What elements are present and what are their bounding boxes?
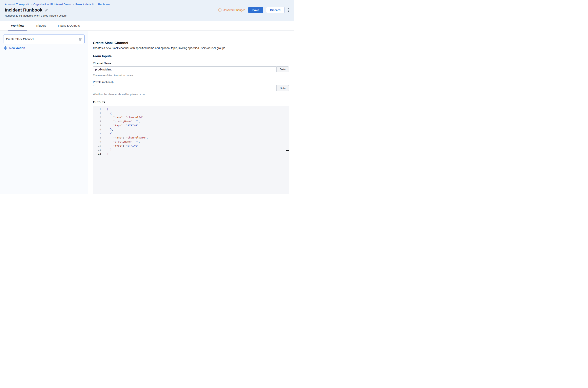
- form-inputs-heading: Form Inputs: [93, 54, 289, 58]
- action-card-label: Create Slack Channel: [6, 38, 33, 41]
- breadcrumb-link-organization[interactable]: Organization: IR Internal Demo: [33, 3, 71, 6]
- line-number: 10: [93, 144, 103, 148]
- field-input-group: Data: [93, 85, 289, 91]
- line-number: 1: [93, 107, 103, 111]
- line-number: 6: [93, 128, 103, 132]
- header-actions: ! Unsaved Changes Save Discard: [218, 7, 290, 13]
- tab-bar: WorkflowTriggersInputs & Outputs: [0, 21, 294, 31]
- data-button[interactable]: Data: [276, 85, 289, 91]
- editor-code[interactable]: [ { "name": "channelId", "prettyName": "…: [104, 106, 289, 156]
- action-description: Creates a new Slack channel with specifi…: [93, 47, 289, 50]
- line-number: 9: [93, 140, 103, 144]
- workflow-steps-panel: Create Slack Channel New Action: [0, 31, 88, 194]
- code-line: "name": "channelId",: [107, 116, 289, 120]
- unsaved-changes-indicator: ! Unsaved Changes: [218, 8, 245, 12]
- field-input-group: Data: [93, 66, 289, 72]
- tab-inputs-outputs[interactable]: Inputs & Outputs: [55, 21, 83, 30]
- line-number: 11: [93, 148, 103, 152]
- unsaved-changes-label: Unsaved Changes: [223, 8, 245, 12]
- page-header: Account: Transposit›Organization: IR Int…: [0, 0, 294, 21]
- code-line: }: [107, 148, 289, 152]
- tab-workflow[interactable]: Workflow: [8, 21, 27, 30]
- field-input-channel-name[interactable]: [93, 66, 276, 72]
- breadcrumb-link-runbooks[interactable]: Runbooks: [98, 3, 110, 6]
- field-help-text: Whether the channel should be private or…: [93, 93, 289, 96]
- data-button[interactable]: Data: [276, 66, 289, 72]
- code-line: {: [107, 111, 289, 116]
- tab-triggers[interactable]: Triggers: [33, 21, 50, 30]
- action-card[interactable]: Create Slack Channel: [3, 35, 85, 44]
- outputs-code-editor[interactable]: 123456789101112 [ { "name": "channelId",…: [93, 106, 289, 194]
- field-help-text: The name of the channel to create: [93, 74, 289, 77]
- plus-circle-icon: [4, 46, 7, 50]
- line-number: 5: [93, 123, 103, 128]
- action-title: Create Slack Channel: [93, 41, 289, 45]
- code-line: {: [107, 132, 289, 136]
- editor-scrollbar-thumb[interactable]: [286, 150, 289, 151]
- new-action-label: New Action: [9, 47, 25, 50]
- code-line: },: [107, 128, 289, 132]
- line-number: 8: [93, 136, 103, 140]
- line-number: 3: [93, 116, 103, 120]
- field-label-channel-name: Channel Name: [93, 62, 289, 65]
- warning-icon: !: [218, 8, 221, 12]
- outputs-heading: Outputs: [93, 100, 289, 104]
- new-action-button[interactable]: New Action: [4, 46, 25, 50]
- breadcrumb-link-account[interactable]: Account: Transposit: [5, 3, 29, 6]
- editor-divider-line: [104, 156, 289, 156]
- app-window: Account: Transposit›Organization: IR Int…: [0, 0, 294, 194]
- line-number: 12: [93, 152, 103, 156]
- save-button[interactable]: Save: [248, 7, 263, 13]
- breadcrumb-separator: ›: [73, 3, 74, 6]
- code-line: "type": "STRING": [107, 123, 289, 128]
- main-body: Create Slack Channel New Action Create S…: [0, 31, 294, 194]
- editor-gutter: 123456789101112: [93, 106, 103, 194]
- line-number: 2: [93, 111, 103, 116]
- line-number: 7: [93, 132, 103, 136]
- code-line: [: [107, 107, 289, 111]
- breadcrumb: Account: Transposit›Organization: IR Int…: [5, 3, 289, 6]
- edit-title-icon[interactable]: [45, 8, 48, 12]
- breadcrumb-separator: ›: [31, 3, 31, 6]
- discard-button[interactable]: Discard: [266, 7, 285, 13]
- code-line: ]: [107, 152, 289, 156]
- field-input-private-optional[interactable]: [93, 85, 276, 91]
- code-line: "type": "STRING": [107, 144, 289, 148]
- code-line: "prettyName": "",: [107, 120, 289, 123]
- page-title: Incident Runbook: [5, 7, 42, 13]
- line-number: 4: [93, 120, 103, 123]
- breadcrumb-link-project[interactable]: Project: default: [75, 3, 94, 6]
- field-label-private-optional: Private (optional): [93, 81, 289, 84]
- breadcrumb-separator: ›: [95, 3, 96, 6]
- form-fields: Channel NameDataThe name of the channel …: [93, 62, 289, 96]
- action-detail-panel: Create Slack Channel Creates a new Slack…: [88, 31, 294, 194]
- delete-action-icon[interactable]: [79, 38, 82, 41]
- code-line: "name": "channelName",: [107, 136, 289, 140]
- page-subtitle: Runbook to be triggered when a prod inci…: [5, 14, 289, 17]
- more-options-icon[interactable]: [288, 8, 290, 12]
- action-list: Create Slack Channel: [3, 35, 85, 44]
- code-line: "prettyName": "",: [107, 140, 289, 144]
